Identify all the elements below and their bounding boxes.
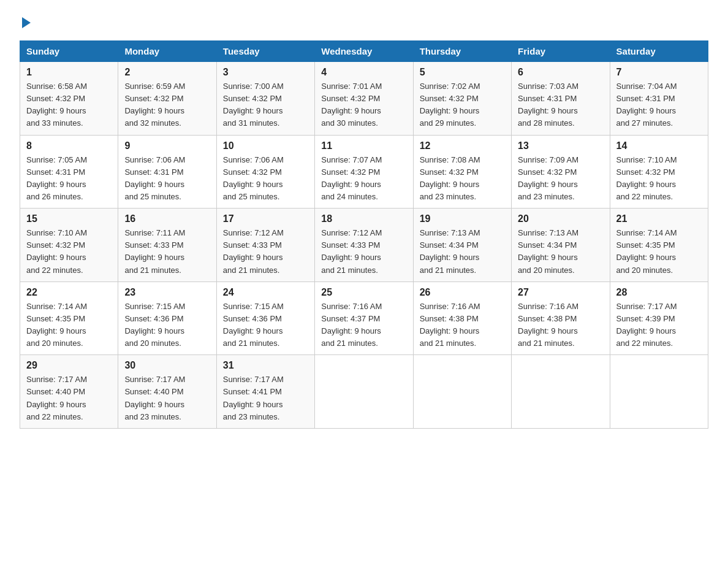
calendar-cell: 29Sunrise: 7:17 AMSunset: 4:40 PMDayligh… <box>20 355 118 429</box>
day-number: 11 <box>321 140 406 151</box>
day-info: Sunrise: 7:12 AMSunset: 4:33 PMDaylight:… <box>321 227 406 277</box>
day-number: 26 <box>420 287 505 298</box>
day-info: Sunrise: 7:06 AMSunset: 4:32 PMDaylight:… <box>223 154 308 204</box>
day-info: Sunrise: 7:10 AMSunset: 4:32 PMDaylight:… <box>616 154 702 204</box>
day-info: Sunrise: 7:11 AMSunset: 4:33 PMDaylight:… <box>124 227 210 277</box>
day-number: 31 <box>223 360 308 371</box>
calendar-cell: 7Sunrise: 7:04 AMSunset: 4:31 PMDaylight… <box>610 62 708 136</box>
day-number: 28 <box>616 287 702 298</box>
calendar-cell: 16Sunrise: 7:11 AMSunset: 4:33 PMDayligh… <box>118 209 216 282</box>
day-number: 20 <box>518 213 603 224</box>
day-number: 23 <box>124 287 210 298</box>
calendar-cell: 20Sunrise: 7:13 AMSunset: 4:34 PMDayligh… <box>512 209 610 282</box>
header-day-wednesday: Wednesday <box>315 41 413 62</box>
day-info: Sunrise: 7:10 AMSunset: 4:32 PMDaylight:… <box>26 227 112 277</box>
calendar-cell: 21Sunrise: 7:14 AMSunset: 4:35 PMDayligh… <box>610 209 708 282</box>
calendar-cell: 14Sunrise: 7:10 AMSunset: 4:32 PMDayligh… <box>610 135 708 209</box>
day-info: Sunrise: 7:12 AMSunset: 4:33 PMDaylight:… <box>223 227 308 277</box>
day-info: Sunrise: 6:58 AMSunset: 4:32 PMDaylight:… <box>26 80 112 130</box>
calendar-cell: 18Sunrise: 7:12 AMSunset: 4:33 PMDayligh… <box>315 209 413 282</box>
calendar-cell <box>315 355 413 429</box>
page-header <box>20 15 708 28</box>
calendar-cell: 31Sunrise: 7:17 AMSunset: 4:41 PMDayligh… <box>216 355 314 429</box>
day-number: 13 <box>518 140 603 151</box>
day-info: Sunrise: 7:07 AMSunset: 4:32 PMDaylight:… <box>321 154 406 204</box>
day-number: 21 <box>616 213 702 224</box>
calendar-cell: 19Sunrise: 7:13 AMSunset: 4:34 PMDayligh… <box>413 209 511 282</box>
day-info: Sunrise: 7:09 AMSunset: 4:32 PMDaylight:… <box>518 154 603 204</box>
day-number: 3 <box>223 67 308 78</box>
day-number: 2 <box>124 67 210 78</box>
calendar-cell: 5Sunrise: 7:02 AMSunset: 4:32 PMDaylight… <box>413 62 511 136</box>
day-number: 5 <box>420 67 505 78</box>
day-number: 29 <box>26 360 112 371</box>
calendar-week-row: 8Sunrise: 7:05 AMSunset: 4:31 PMDaylight… <box>20 135 708 209</box>
day-info: Sunrise: 7:01 AMSunset: 4:32 PMDaylight:… <box>321 80 406 130</box>
calendar-cell: 1Sunrise: 6:58 AMSunset: 4:32 PMDaylight… <box>20 62 118 136</box>
calendar-table: SundayMondayTuesdayWednesdayThursdayFrid… <box>20 40 708 429</box>
day-info: Sunrise: 7:17 AMSunset: 4:39 PMDaylight:… <box>616 301 702 350</box>
day-number: 27 <box>518 287 603 298</box>
header-day-thursday: Thursday <box>413 41 511 62</box>
logo-arrow-icon <box>22 17 31 28</box>
day-info: Sunrise: 7:16 AMSunset: 4:38 PMDaylight:… <box>420 301 505 350</box>
calendar-cell: 30Sunrise: 7:17 AMSunset: 4:40 PMDayligh… <box>118 355 216 429</box>
calendar-cell: 17Sunrise: 7:12 AMSunset: 4:33 PMDayligh… <box>216 209 314 282</box>
calendar-cell <box>413 355 511 429</box>
calendar-cell: 27Sunrise: 7:16 AMSunset: 4:38 PMDayligh… <box>512 282 610 355</box>
day-info: Sunrise: 6:59 AMSunset: 4:32 PMDaylight:… <box>124 80 210 130</box>
day-info: Sunrise: 7:16 AMSunset: 4:37 PMDaylight:… <box>321 301 406 350</box>
calendar-cell <box>512 355 610 429</box>
calendar-cell: 11Sunrise: 7:07 AMSunset: 4:32 PMDayligh… <box>315 135 413 209</box>
day-number: 6 <box>518 67 603 78</box>
day-number: 19 <box>420 213 505 224</box>
calendar-cell: 10Sunrise: 7:06 AMSunset: 4:32 PMDayligh… <box>216 135 314 209</box>
header-day-tuesday: Tuesday <box>216 41 314 62</box>
calendar-week-row: 1Sunrise: 6:58 AMSunset: 4:32 PMDaylight… <box>20 62 708 136</box>
day-number: 7 <box>616 67 702 78</box>
day-number: 22 <box>26 287 112 298</box>
calendar-cell: 3Sunrise: 7:00 AMSunset: 4:32 PMDaylight… <box>216 62 314 136</box>
day-info: Sunrise: 7:13 AMSunset: 4:34 PMDaylight:… <box>420 227 505 277</box>
day-number: 15 <box>26 213 112 224</box>
day-info: Sunrise: 7:05 AMSunset: 4:31 PMDaylight:… <box>26 154 112 204</box>
calendar-cell: 6Sunrise: 7:03 AMSunset: 4:31 PMDaylight… <box>512 62 610 136</box>
day-number: 17 <box>223 213 308 224</box>
header-day-friday: Friday <box>512 41 610 62</box>
day-info: Sunrise: 7:00 AMSunset: 4:32 PMDaylight:… <box>223 80 308 130</box>
header-day-sunday: Sunday <box>20 41 118 62</box>
day-info: Sunrise: 7:15 AMSunset: 4:36 PMDaylight:… <box>223 301 308 350</box>
header-day-saturday: Saturday <box>610 41 708 62</box>
calendar-cell: 23Sunrise: 7:15 AMSunset: 4:36 PMDayligh… <box>118 282 216 355</box>
calendar-cell: 8Sunrise: 7:05 AMSunset: 4:31 PMDaylight… <box>20 135 118 209</box>
calendar-week-row: 15Sunrise: 7:10 AMSunset: 4:32 PMDayligh… <box>20 209 708 282</box>
day-number: 10 <box>223 140 308 151</box>
day-number: 14 <box>616 140 702 151</box>
day-info: Sunrise: 7:02 AMSunset: 4:32 PMDaylight:… <box>420 80 505 130</box>
calendar-cell <box>610 355 708 429</box>
calendar-cell: 28Sunrise: 7:17 AMSunset: 4:39 PMDayligh… <box>610 282 708 355</box>
day-number: 30 <box>124 360 210 371</box>
day-info: Sunrise: 7:06 AMSunset: 4:31 PMDaylight:… <box>124 154 210 204</box>
calendar-cell: 13Sunrise: 7:09 AMSunset: 4:32 PMDayligh… <box>512 135 610 209</box>
calendar-cell: 2Sunrise: 6:59 AMSunset: 4:32 PMDaylight… <box>118 62 216 136</box>
calendar-cell: 25Sunrise: 7:16 AMSunset: 4:37 PMDayligh… <box>315 282 413 355</box>
day-info: Sunrise: 7:13 AMSunset: 4:34 PMDaylight:… <box>518 227 603 277</box>
header-day-monday: Monday <box>118 41 216 62</box>
calendar-cell: 22Sunrise: 7:14 AMSunset: 4:35 PMDayligh… <box>20 282 118 355</box>
logo <box>20 15 31 28</box>
header-row: SundayMondayTuesdayWednesdayThursdayFrid… <box>20 41 708 62</box>
day-info: Sunrise: 7:08 AMSunset: 4:32 PMDaylight:… <box>420 154 505 204</box>
day-info: Sunrise: 7:17 AMSunset: 4:40 PMDaylight:… <box>124 373 210 423</box>
day-info: Sunrise: 7:17 AMSunset: 4:41 PMDaylight:… <box>223 373 308 423</box>
calendar-cell: 15Sunrise: 7:10 AMSunset: 4:32 PMDayligh… <box>20 209 118 282</box>
day-number: 8 <box>26 140 112 151</box>
calendar-header: SundayMondayTuesdayWednesdayThursdayFrid… <box>20 41 708 62</box>
calendar-cell: 26Sunrise: 7:16 AMSunset: 4:38 PMDayligh… <box>413 282 511 355</box>
day-info: Sunrise: 7:16 AMSunset: 4:38 PMDaylight:… <box>518 301 603 350</box>
day-number: 4 <box>321 67 406 78</box>
calendar-cell: 9Sunrise: 7:06 AMSunset: 4:31 PMDaylight… <box>118 135 216 209</box>
day-number: 24 <box>223 287 308 298</box>
day-number: 12 <box>420 140 505 151</box>
day-number: 9 <box>124 140 210 151</box>
